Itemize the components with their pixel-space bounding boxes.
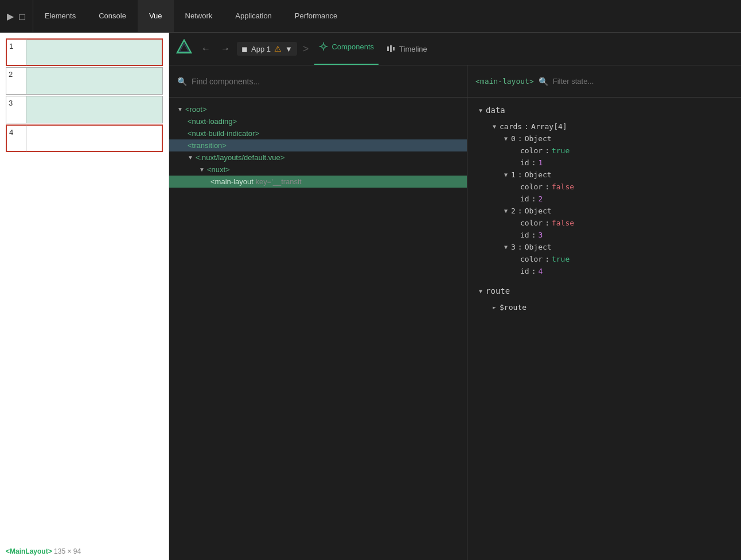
state-header: <main-layout> 🔍 — [467, 65, 741, 98]
tree-item-transition[interactable]: <transition> — [169, 139, 467, 151]
state-item-3[interactable]: ▼ 3 : Object — [479, 241, 730, 253]
state-object-label: Object — [525, 134, 552, 143]
state-colon: : — [545, 182, 549, 191]
filter-input[interactable] — [553, 77, 733, 85]
state-section-route-header[interactable]: ▼ route — [479, 286, 730, 295]
state-value: true — [552, 146, 570, 155]
state-key: color — [520, 255, 543, 263]
devtools-icons: ▶ ◻ — [0, 0, 33, 32]
devtools-tab-list: Elements Console Vue Network Application… — [33, 0, 741, 32]
state-item-1[interactable]: ▼ 1 : Object — [479, 169, 730, 181]
card-row-3: 3 — [6, 96, 163, 123]
tab-application[interactable]: Application — [224, 0, 283, 32]
state-colon: : — [532, 158, 536, 167]
state-colon: : — [524, 122, 529, 131]
tab-vue[interactable]: Vue — [138, 0, 174, 32]
dropdown-arrow-icon: ▼ — [285, 45, 292, 53]
tree-item-label: <root> — [185, 105, 207, 114]
section-arrow-icon: ▼ — [479, 107, 482, 114]
state-colon: : — [545, 146, 549, 155]
state-item-2-color: color : false — [479, 217, 730, 229]
state-panel: <main-layout> 🔍 ▼ data ▼ ca — [467, 65, 741, 560]
state-item-0[interactable]: ▼ 0 : Object — [479, 133, 730, 145]
tab-console[interactable]: Console — [87, 0, 138, 32]
tree-item-main-layout[interactable]: <main-layout key='__transit — [169, 176, 467, 188]
state-colon: : — [532, 267, 536, 275]
expand-arrow-icon: ▼ — [504, 172, 508, 178]
card-content-1 — [26, 38, 163, 66]
state-colon: : — [532, 231, 536, 239]
inspect-icon[interactable]: ◻ — [18, 11, 26, 22]
tree-item-label: <.nuxt/layouts/default.vue> — [196, 153, 284, 162]
component-tree: 🔍 ▼ <root> <nuxt-loading> <nuxt-build-in… — [169, 65, 467, 560]
state-colon: : — [545, 255, 549, 263]
card-number-3: 3 — [6, 96, 26, 123]
vue-logo-icon — [176, 39, 192, 59]
components-label: Components — [332, 42, 374, 51]
state-key: color — [520, 182, 543, 191]
arrow-icon: ▼ — [188, 154, 193, 161]
state-key: id — [520, 231, 529, 239]
tree-item-nuxt[interactable]: ▼ <nuxt> — [169, 164, 467, 176]
state-component-name: <main-layout> — [475, 77, 534, 85]
state-key: 1 — [511, 170, 516, 179]
state-item-3-id: id : 4 — [479, 265, 730, 277]
card-row-1: 1 — [6, 38, 163, 66]
card-content-2 — [26, 67, 163, 95]
state-item-1-color: color : false — [479, 181, 730, 193]
tree-item-nuxt-layouts[interactable]: ▼ <.nuxt/layouts/default.vue> — [169, 151, 467, 164]
state-key: color — [520, 146, 543, 155]
components-tab-button[interactable]: Components — [314, 33, 379, 65]
cursor-icon[interactable]: ▶ — [7, 11, 14, 22]
expand-arrow-icon: ▼ — [504, 208, 508, 214]
expand-arrow-icon: ▼ — [504, 135, 508, 142]
tree-item-label: <transition> — [188, 141, 227, 150]
state-value: false — [552, 219, 574, 227]
tab-performance[interactable]: Performance — [283, 0, 349, 32]
state-object-label: Object — [525, 170, 552, 179]
expand-arrow-icon: ► — [493, 304, 496, 310]
components-icon — [319, 42, 328, 51]
tree-item-nuxt-loading[interactable]: <nuxt-loading> — [169, 115, 467, 127]
search-input[interactable] — [192, 77, 459, 86]
card-content-3 — [26, 96, 163, 123]
forward-button[interactable]: → — [217, 41, 233, 56]
svg-rect-7 — [387, 46, 389, 51]
state-key: id — [520, 158, 529, 167]
preview-pane: 1 2 3 4 <MainLayout> 135 × 94 — [0, 33, 169, 560]
card-number-4: 4 — [6, 125, 26, 152]
filter-search-icon: 🔍 — [539, 77, 548, 86]
preview-cards: 1 2 3 4 — [0, 33, 169, 543]
state-key: 0 — [511, 134, 516, 143]
tab-network[interactable]: Network — [174, 0, 224, 32]
state-item-1-id: id : 2 — [479, 193, 730, 205]
tree-item-nuxt-build-indicator[interactable]: <nuxt-build-indicator> — [169, 127, 467, 139]
state-item-0-id: id : 1 — [479, 157, 730, 169]
section-arrow-icon: ▼ — [479, 288, 482, 294]
back-button[interactable]: ← — [198, 41, 214, 56]
state-colon: : — [518, 243, 522, 251]
state-item-2-id: id : 3 — [479, 229, 730, 241]
section-label: data — [486, 106, 505, 115]
state-item-sroute[interactable]: ► $route — [479, 301, 730, 313]
timeline-tab-button[interactable]: Timeline — [382, 42, 432, 56]
state-section-data-header[interactable]: ▼ data — [479, 106, 730, 115]
warning-icon: ⚠ — [274, 44, 282, 53]
state-key: id — [520, 195, 529, 203]
tree-content: ▼ <root> <nuxt-loading> <nuxt-build-indi… — [169, 98, 467, 560]
state-item-2[interactable]: ▼ 2 : Object — [479, 205, 730, 217]
state-colon: : — [518, 170, 522, 179]
toolbar-separator: > — [303, 43, 309, 55]
tree-item-root[interactable]: ▼ <root> — [169, 103, 467, 115]
state-colon: : — [518, 134, 522, 143]
state-colon: : — [518, 207, 522, 215]
app-selector[interactable]: ◼ App 1 ⚠ ▼ — [237, 42, 297, 56]
state-item-cards[interactable]: ▼ cards : Array[4] — [479, 120, 730, 133]
tab-elements[interactable]: Elements — [33, 0, 87, 32]
expand-arrow-icon: ▼ — [493, 123, 496, 130]
card-row-2: 2 — [6, 67, 163, 95]
svg-rect-9 — [393, 47, 395, 50]
card-row-4: 4 — [6, 125, 163, 152]
arrow-icon: ▼ — [199, 166, 205, 173]
vue-toolbar: ← → ◼ App 1 ⚠ ▼ > Components — [169, 33, 741, 65]
